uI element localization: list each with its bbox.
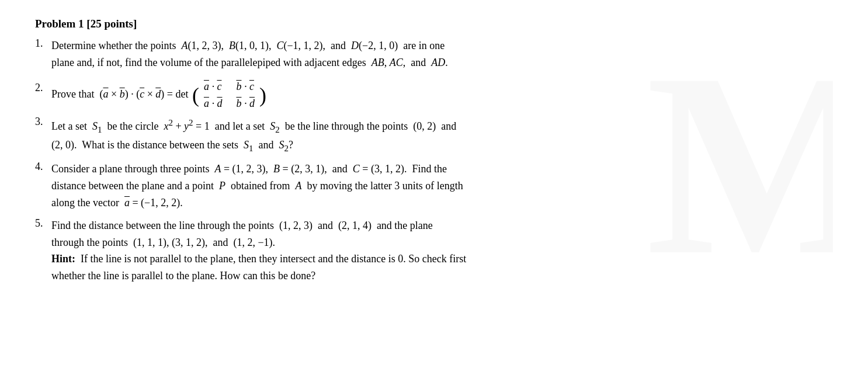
problem-title: Problem 1 [25 points] [35,18,833,30]
item-2-body: Prove that (a × b) · (c × d) = det ( a ·… [51,77,833,114]
item-5-line2: through the points (1, 1, 1), (3, 1, 2),… [51,234,833,251]
item-5-hint: Hint: If the line is not parallel to the… [51,251,833,284]
problem-item-5: 5. Find the distance between the line th… [35,217,833,284]
item-3-body: Let a set S1 be the circle x2 + y2 = 1 a… [51,116,833,155]
item-1-number: 1. [35,37,51,50]
item-1-body: Determine whether the points A(1, 2, 3),… [51,37,833,71]
item-4-line2: distance between the plane and a point P… [51,178,833,194]
problem-item-1: 1. Determine whether the points A(1, 2, … [35,37,833,71]
matrix-cell-21: a · d [204,95,223,112]
hint-line2: whether the line is parallel to the plan… [51,268,833,284]
matrix-cell-22: b · d [236,95,255,112]
item-5-number: 5. [35,217,51,230]
hint-text: If the line is not parallel to the plane… [78,253,467,265]
item-5-body: Find the distance between the line throu… [51,217,833,284]
problem-item-4: 4. Consider a plane through three points… [35,161,833,211]
page-content: Problem 1 [25 points] 1. Determine wheth… [35,18,833,284]
problem-item-3: 3. Let a set S1 be the circle x2 + y2 = … [35,116,833,155]
matrix-cell-12: b · c [236,78,255,95]
item-4-line3: along the vector a = (−1, 2, 2). [51,194,833,211]
item-2-number: 2. [35,77,51,99]
item-1-line2: plane and, if not, find the volume of th… [51,54,833,71]
hint-label: Hint: [51,253,75,265]
item-3-line2: (2, 0). What is the distance between the… [51,137,833,155]
item-4-body: Consider a plane through three points A … [51,161,833,211]
problem-item-2: 2. Prove that (a × b) · (c × d) = det ( … [35,77,833,114]
matrix-cell-11: a · c [204,78,223,95]
item-3-number: 3. [35,116,51,128]
item-4-number: 4. [35,161,51,173]
